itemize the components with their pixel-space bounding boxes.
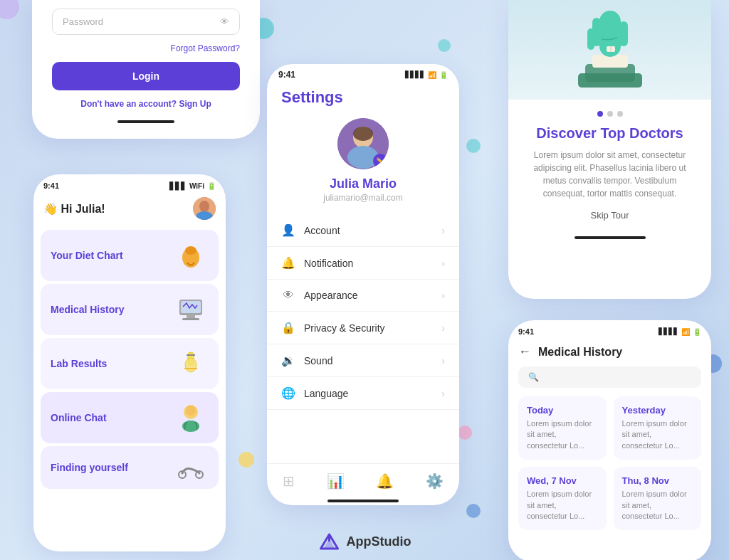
medical-card-thu[interactable]: Thu, 8 Nov Lorem ipsum dolor sit amet, c… [614, 467, 702, 530]
nav-dashboard-icon[interactable]: ⊞ [283, 472, 295, 490]
dot-3 [617, 111, 623, 117]
medical-card-wed[interactable]: Wed, 7 Nov Lorem ipsum dolor sit amet, c… [518, 467, 607, 530]
signup-row: Don't have an account? Sign Up [52, 99, 240, 109]
brand-label: AppStudio [347, 534, 411, 549]
medical-card-today[interactable]: Today Lorem ipsum dolor sit amet, consec… [518, 396, 607, 460]
svg-rect-29 [578, 73, 642, 88]
menu-card-medical[interactable]: Medical History [41, 284, 219, 335]
menu-card-finding[interactable]: Finding yourself [41, 446, 219, 489]
language-icon: 🌐 [281, 386, 295, 400]
settings-time: 9:41 [278, 70, 295, 80]
medical-status-bar: 9:41 ▋▋▋▋📶🔋 [508, 320, 711, 340]
status-bar: 9:41 ▋▋▋WiFi🔋 [33, 174, 226, 193]
svg-rect-12 [184, 368, 197, 369]
medical-header: ← Medical History [508, 340, 711, 366]
medical-history-title: Medical History [538, 346, 622, 359]
notification-label: Notification [304, 258, 353, 269]
profile-edit-badge[interactable]: ✏️ [373, 154, 387, 168]
search-placeholder: 🔍 [528, 372, 539, 382]
privacy-label: Privacy & Security [304, 322, 385, 334]
menu-item-privacy[interactable]: 🔒 Privacy & Security › [267, 312, 459, 344]
phone-dashboard: 9:41 ▋▋▋WiFi🔋 👋 Hi Julia! Your Diet Char… [33, 174, 226, 551]
appstudio-brand: AppStudio [318, 532, 411, 551]
chat-icon [173, 400, 209, 435]
medical-card-yesterday[interactable]: Yesterday Lorem ipsum dolor sit amet, co… [614, 396, 702, 460]
profile-avatar: ✏️ [337, 118, 389, 169]
card-yesterday-text: Lorem ipsum dolor sit amet, consectetur … [622, 418, 693, 451]
deco-circle-2 [438, 39, 451, 52]
phone-medical-detail: 9:41 ▋▋▋▋📶🔋 ← Medical History 🔍 Today Lo… [508, 320, 711, 560]
card-yesterday-date: Yesterday [622, 405, 693, 416]
hand-illustration-svg [553, 4, 667, 96]
no-account-text: Don't have an account? [80, 99, 177, 109]
profile-name: Julia Mario [330, 176, 397, 191]
card-wed-text: Lorem ipsum dolor sit amet, consectetur … [527, 489, 598, 522]
menu-item-sound[interactable]: 🔉 Sound › [267, 344, 459, 377]
diet-label: Your Diet Chart [51, 250, 123, 261]
forgot-password-link[interactable]: Forgot Password? [52, 43, 240, 53]
medical-time: 9:41 [518, 327, 534, 336]
lab-label: Lab Results [51, 358, 107, 369]
notification-icon: 🔔 [281, 256, 295, 270]
phone-onboarding: Discover Top Doctors Lorem ipsum dolor s… [508, 0, 711, 299]
appstudio-logo [318, 532, 341, 551]
nav-chart-icon[interactable]: 📊 [327, 472, 345, 490]
dot-2 [607, 111, 613, 117]
menu-item-account[interactable]: 👤 Account › [267, 214, 459, 247]
deco-circle-4 [0, 0, 19, 19]
dots-indicator [523, 111, 697, 117]
medical-search-bar[interactable]: 🔍 [518, 366, 701, 388]
chevron-notification: › [441, 258, 445, 269]
privacy-icon: 🔒 [281, 321, 295, 334]
menu-card-lab[interactable]: Lab Results [41, 338, 219, 389]
chat-label: Online Chat [51, 412, 107, 423]
settings-status-icons: ▋▋▋▋📶🔋 [405, 71, 448, 79]
nav-bell-icon[interactable]: 🔔 [376, 472, 394, 490]
onboarding-illustration [508, 0, 711, 100]
chevron-appearance: › [441, 290, 445, 301]
diet-icon [173, 238, 209, 273]
nav-settings-icon[interactable]: ⚙️ [426, 472, 444, 490]
account-label: Account [304, 225, 340, 236]
signup-link[interactable]: Sign Up [179, 99, 211, 109]
deco-circle-3 [466, 139, 481, 153]
card-thu-date: Thu, 8 Nov [622, 475, 693, 486]
menu-item-notification[interactable]: 🔔 Notification › [267, 247, 459, 280]
svg-rect-32 [619, 21, 628, 46]
card-today-date: Today [527, 405, 598, 416]
card-thu-text: Lorem ipsum dolor sit amet, consectetur … [622, 489, 693, 522]
profile-email: juliamario@mail.com [323, 193, 403, 203]
password-field[interactable]: Password 👁 [52, 9, 240, 35]
eye-icon: 👁 [220, 16, 229, 27]
deco-circle-5 [238, 452, 254, 467]
onboarding-body: Lorem ipsum dolor sit amet, consectetur … [523, 149, 697, 200]
finding-icon [173, 450, 209, 485]
avatar-svg [193, 197, 216, 220]
phone-settings: 9:41 ▋▋▋▋📶🔋 Settings ✏️ Julia Mario juli… [267, 64, 459, 505]
dashboard-header: 👋 Hi Julia! [33, 193, 226, 227]
skip-tour-button[interactable]: Skip Tour [523, 210, 697, 221]
menu-item-language[interactable]: 🌐 Language › [267, 377, 459, 410]
language-label: Language [304, 388, 348, 399]
menu-card-chat[interactable]: Online Chat [41, 392, 219, 443]
card-wed-date: Wed, 7 Nov [527, 475, 598, 486]
svg-point-15 [186, 406, 196, 416]
login-button[interactable]: Login [52, 62, 240, 90]
chevron-sound: › [441, 355, 445, 366]
appearance-label: Appearance [304, 290, 358, 301]
chevron-account: › [441, 225, 445, 236]
medical-status-icons: ▋▋▋▋📶🔋 [659, 328, 701, 336]
menu-card-diet[interactable]: Your Diet Chart [41, 230, 219, 281]
svg-point-10 [185, 358, 196, 372]
settings-status-bar: 9:41 ▋▋▋▋📶🔋 [267, 64, 459, 83]
svg-rect-16 [188, 421, 194, 423]
appearance-icon: 👁 [281, 289, 295, 302]
back-arrow[interactable]: ← [518, 344, 531, 359]
home-indicator-onboarding [575, 236, 646, 239]
deco-circle-6 [458, 426, 472, 440]
chevron-privacy: › [441, 322, 445, 334]
medical-cards-grid: Today Lorem ipsum dolor sit amet, consec… [508, 396, 711, 530]
menu-item-appearance[interactable]: 👁 Appearance › [267, 280, 459, 312]
svg-point-23 [353, 127, 373, 141]
status-time: 9:41 [43, 181, 59, 190]
